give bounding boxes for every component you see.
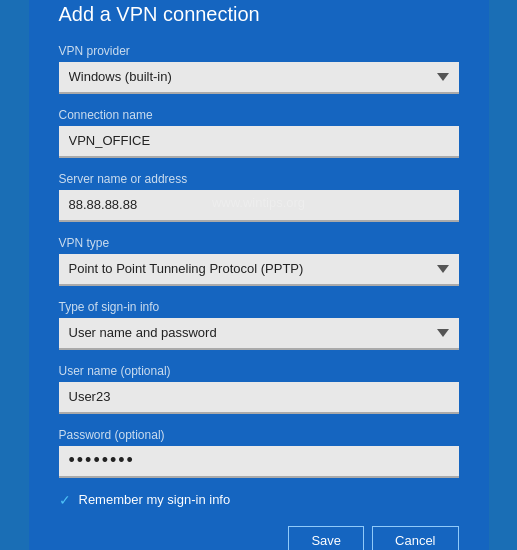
password-input[interactable] [59,446,459,478]
connection-name-label: Connection name [59,108,459,122]
vpn-provider-select[interactable]: Windows (built-in) [59,62,459,94]
sign-in-type-label: Type of sign-in info [59,300,459,314]
user-name-group: User name (optional) [59,364,459,414]
user-name-label: User name (optional) [59,364,459,378]
button-row: Save Cancel [59,526,459,551]
server-name-label: Server name or address [59,172,459,186]
sign-in-type-select[interactable]: User name and password [59,318,459,350]
vpn-provider-label: VPN provider [59,44,459,58]
vpn-provider-group: VPN provider Windows (built-in) [59,44,459,94]
cancel-button[interactable]: Cancel [372,526,458,551]
server-name-input[interactable] [59,190,459,222]
sign-in-type-group: Type of sign-in info User name and passw… [59,300,459,350]
add-vpn-dialog: www.wintips.org Add a VPN connection VPN… [29,0,489,550]
dialog-title: Add a VPN connection [59,3,459,26]
server-name-group: Server name or address [59,172,459,222]
connection-name-input[interactable] [59,126,459,158]
password-group: Password (optional) [59,428,459,478]
connection-name-group: Connection name [59,108,459,158]
password-label: Password (optional) [59,428,459,442]
vpn-type-group: VPN type Point to Point Tunneling Protoc… [59,236,459,286]
remember-checkmark-icon: ✓ [59,492,71,508]
vpn-type-label: VPN type [59,236,459,250]
vpn-type-select[interactable]: Point to Point Tunneling Protocol (PPTP) [59,254,459,286]
remember-label: Remember my sign-in info [79,492,231,507]
remember-row: ✓ Remember my sign-in info [59,492,459,508]
user-name-input[interactable] [59,382,459,414]
save-button[interactable]: Save [288,526,364,551]
